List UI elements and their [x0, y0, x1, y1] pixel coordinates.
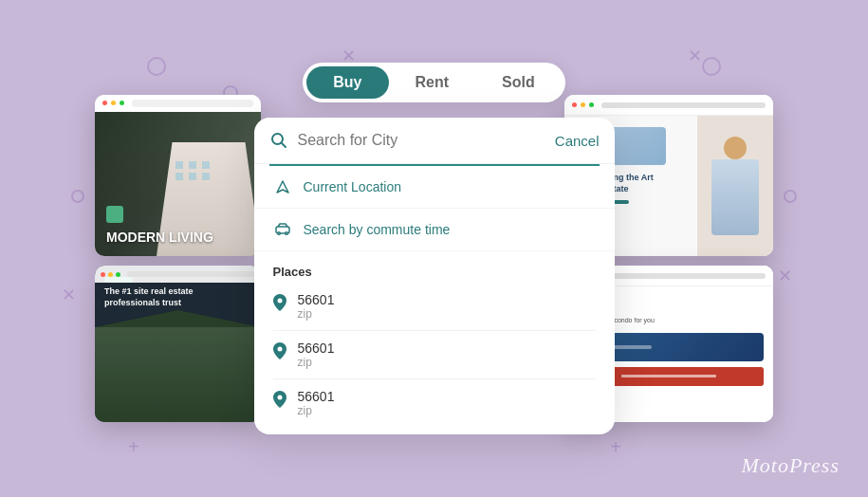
car-icon — [273, 223, 292, 236]
person-body — [711, 159, 759, 235]
card-bottom-left: The #1 site real estate professionals tr… — [95, 266, 261, 422]
place-type-1: zip — [298, 307, 335, 321]
search-input-row: Cancel — [254, 118, 615, 164]
place-number-1: 56601 — [298, 292, 335, 307]
commute-time-option[interactable]: Search by commute time — [254, 209, 615, 251]
pin-icon-3 — [273, 391, 286, 411]
card-nav — [95, 266, 261, 283]
place-details-3: 56601 zip — [298, 389, 335, 417]
logo-dot — [106, 206, 123, 223]
person-figure — [711, 148, 759, 224]
tab-sold[interactable]: Sold — [475, 66, 562, 99]
card-top-left: MODERN LIVING — [95, 95, 261, 256]
nav-dot-red — [101, 272, 105, 277]
svg-point-6 — [277, 347, 282, 352]
deco-dot — [71, 190, 84, 203]
button-text-mock — [621, 375, 716, 377]
svg-marker-1 — [277, 181, 288, 193]
card-right-panel — [697, 116, 773, 256]
search-icon — [269, 131, 288, 150]
place-number-2: 56601 — [298, 341, 335, 356]
card-mock-top-left: MODERN LIVING — [95, 95, 261, 256]
address-bar — [132, 100, 253, 107]
address-bar — [127, 271, 255, 277]
places-section: Places 56601 zip — [254, 251, 615, 434]
pin-icon-1 — [273, 294, 286, 314]
cancel-button[interactable]: Cancel — [555, 133, 600, 149]
deco-dot — [784, 190, 797, 203]
tab-bar: Buy Rent Sold — [303, 63, 564, 102]
svg-point-7 — [277, 396, 282, 400]
card-modern-living-content: MODERN LIVING — [95, 112, 261, 256]
deco-dot — [147, 57, 166, 76]
card-text: MODERN LIVING — [106, 206, 249, 245]
card-title: MODERN LIVING — [106, 230, 249, 245]
svg-point-5 — [277, 299, 282, 304]
place-item-2[interactable]: 56601 zip — [273, 331, 596, 379]
card-nav — [95, 95, 261, 112]
deco-cross: ✕ — [778, 266, 792, 286]
places-label: Places — [273, 265, 596, 279]
nav-dot-yellow — [108, 272, 113, 277]
deco-cross: ✕ — [62, 285, 76, 305]
tab-buy[interactable]: Buy — [306, 66, 388, 99]
person-head — [724, 137, 747, 159]
nav-dot-green — [116, 272, 120, 277]
deco-plus: + — [128, 436, 139, 458]
tab-rent[interactable]: Rent — [389, 66, 476, 99]
address-bar — [601, 102, 766, 108]
place-type-2: zip — [298, 356, 335, 369]
place-item-3[interactable]: 56601 zip — [273, 379, 596, 427]
current-location-label: Current Location — [304, 179, 402, 194]
location-arrow-icon — [273, 179, 292, 194]
place-number-3: 56601 — [298, 389, 335, 404]
place-details-1: 56601 zip — [298, 292, 335, 321]
city-search-input[interactable] — [298, 132, 545, 149]
main-ui-container: Buy Rent Sold Cancel Current Locati — [254, 63, 615, 434]
place-type-3: zip — [298, 404, 335, 417]
deco-dot — [702, 57, 721, 76]
nav-dot-red — [102, 101, 107, 105]
nav-dot-green — [120, 101, 124, 105]
commute-time-label: Search by commute time — [304, 222, 451, 237]
pin-icon-2 — [273, 342, 286, 362]
deco-plus: + — [610, 436, 621, 458]
search-dropdown: Cancel Current Location Search b — [254, 118, 615, 434]
nav-dot-yellow — [111, 101, 116, 105]
card-professionals-content: The #1 site real estate professionals tr… — [95, 266, 261, 422]
deco-cross: ✕ — [688, 46, 702, 66]
watermark: MotoPress — [741, 453, 840, 478]
current-location-option[interactable]: Current Location — [254, 166, 615, 209]
place-item-1[interactable]: 56601 zip — [273, 283, 596, 331]
address-bar — [601, 273, 766, 279]
place-details-2: 56601 zip — [298, 341, 335, 369]
